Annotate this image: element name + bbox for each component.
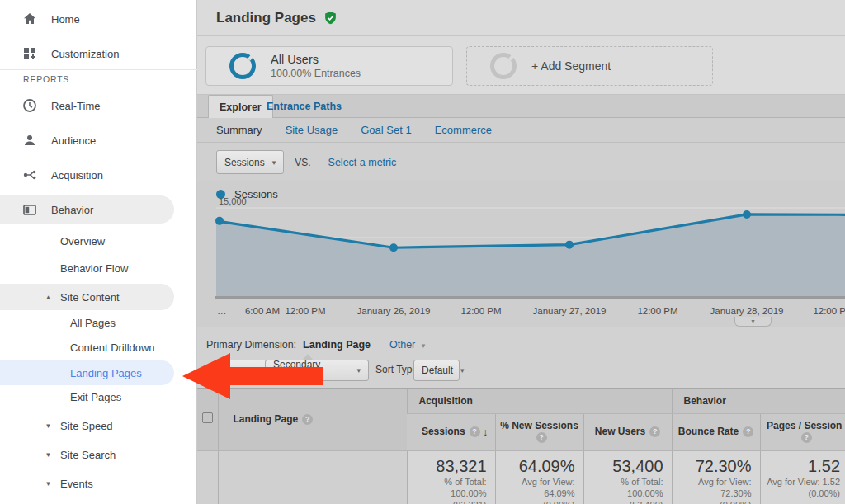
sidebar-section-reports: REPORTS	[23, 74, 69, 84]
page-title: Landing Pages	[216, 10, 316, 26]
sidebar-item-customization[interactable]: Customization	[0, 40, 174, 68]
column-header-pages-session[interactable]: Pages / Session?	[760, 413, 845, 450]
report-content: Landing Pages All Users 100.00% Entrance…	[197, 0, 845, 504]
help-icon[interactable]: ?	[801, 432, 812, 443]
sidebar-item-exit-pages[interactable]: Exit Pages	[0, 385, 174, 408]
collapse-chevron-icon: ▼	[750, 318, 756, 324]
sidebar-item-overview[interactable]: Overview	[0, 229, 174, 252]
person-icon	[21, 133, 37, 148]
help-icon[interactable]: ?	[649, 426, 660, 437]
help-icon[interactable]: ?	[536, 432, 547, 443]
verified-shield-icon	[323, 11, 338, 25]
sidebar-item-events[interactable]: ▼ Events	[0, 470, 174, 497]
select-all-checkbox[interactable]	[202, 412, 213, 423]
segment-donut-empty-icon	[490, 53, 517, 79]
help-icon[interactable]: ?	[743, 426, 753, 437]
subtab-goal-set-1[interactable]: Goal Set 1	[361, 124, 411, 136]
group-header-acquisition: Acquisition	[407, 389, 672, 413]
sessions-line-chart[interactable]: 15,00010,0005,000…6:00 AM12:00 PMJanuary…	[197, 198, 845, 326]
column-label: Bounce Rate	[678, 426, 739, 437]
svg-text:…: …	[217, 306, 227, 316]
add-segment-label: + Add Segment	[531, 59, 611, 73]
data-table-wrap: Landing Page? Acquisition Behavior Sessi…	[197, 388, 845, 504]
sidebar-item-behavior-flow[interactable]: Behavior Flow	[0, 257, 174, 280]
sidebar-item-site-search[interactable]: ▼ Site Search	[0, 441, 174, 468]
ga-screen: Home Customization REPORTS Re	[0, 0, 845, 504]
sidebar-item-label: Events	[60, 478, 93, 490]
dimension-other-label: Other	[389, 339, 415, 351]
collapse-triangle-icon: ▲	[43, 294, 54, 301]
svg-text:15,000: 15,000	[219, 198, 247, 206]
select-metric-link[interactable]: Select a metric	[328, 157, 397, 168]
svg-text:January 28, 2019: January 28, 2019	[710, 306, 784, 316]
add-segment-button[interactable]: + Add Segment	[466, 46, 713, 86]
chart-collapse-tab[interactable]: ▼	[734, 317, 772, 327]
clock-icon	[21, 98, 37, 114]
column-header-sessions[interactable]: Sessions? ↓	[407, 413, 495, 450]
svg-text:January 27, 2019: January 27, 2019	[533, 306, 607, 316]
primary-dimension-row: Primary Dimension: Landing Page Other ▾	[206, 339, 425, 351]
sidebar-item-landing-pages[interactable]: Landing Pages	[0, 360, 174, 385]
column-header-new-sessions[interactable]: % New Sessions?	[495, 413, 583, 450]
sidebar-item-site-speed[interactable]: ▼ Site Speed	[0, 412, 174, 439]
sidebar-item-acquisition[interactable]: Acquisition	[0, 161, 174, 189]
report-titlebar: Landing Pages	[197, 0, 845, 36]
column-header-new-users[interactable]: New Users?	[583, 413, 672, 450]
svg-text:6:00 AM: 6:00 AM	[245, 306, 280, 316]
chart-section: Sessions 15,00010,0005,000…6:00 AM12:00 …	[197, 181, 845, 327]
sort-desc-icon[interactable]: ↓	[483, 426, 489, 438]
svg-text:12:00 PM: 12:00 PM	[285, 306, 325, 316]
column-label: Landing Page	[234, 413, 299, 425]
sidebar-item-behavior[interactable]: Behavior	[0, 195, 174, 224]
vs-label: VS.	[295, 157, 310, 168]
chevron-down-icon: ▾	[272, 158, 276, 167]
sidebar-item-real-time[interactable]: Real-Time	[0, 92, 174, 120]
tab-entrance-paths[interactable]: Entrance Paths	[258, 95, 350, 118]
segment-bar: All Users 100.00% Entrances + Add Segmen…	[197, 36, 845, 95]
sidebar-item-label: Site Speed	[60, 420, 113, 432]
landing-pages-table: Landing Page? Acquisition Behavior Sessi…	[197, 389, 845, 504]
group-header-behavior: Behavior	[672, 389, 845, 413]
subtab-summary[interactable]: Summary	[216, 124, 262, 136]
sidebar-item-label: Overview	[60, 235, 105, 247]
sort-type-value: Default	[422, 365, 453, 376]
segment-name: All Users	[271, 53, 361, 66]
total-bounce-rate: 72.30% Avg for View: 72.30% (0.00%)	[672, 450, 760, 504]
metric-dropdown-value: Sessions	[224, 157, 265, 168]
subtab-ecommerce[interactable]: Ecommerce	[435, 124, 492, 136]
total-new-sessions: 64.09% Avg for View: 64.09% (0.00%)	[495, 450, 583, 504]
report-panel-icon	[21, 202, 37, 218]
column-header-bounce-rate[interactable]: Bounce Rate?	[672, 413, 760, 450]
sidebar-item-label: All Pages	[70, 317, 116, 329]
subtab-site-usage[interactable]: Site Usage	[286, 124, 338, 136]
chevron-down-icon: ▾	[422, 341, 426, 350]
sidebar-item-label: Behavior Flow	[60, 262, 128, 275]
sidebar-item-site-content[interactable]: ▲ Site Content	[0, 284, 174, 310]
metric-dropdown[interactable]: Sessions ▾	[216, 150, 284, 174]
sidebar-item-label: Behavior	[51, 204, 93, 216]
sidebar-item-content-drilldown[interactable]: Content Drilldown	[0, 336, 174, 359]
sidebar-item-label: Landing Pages	[70, 367, 142, 379]
sidebar-item-audience[interactable]: Audience	[0, 126, 174, 154]
sidebar-item-all-pages[interactable]: All Pages	[0, 311, 174, 334]
column-label: Pages / Session	[764, 420, 845, 431]
sidebar-item-label: Real-Time	[51, 100, 100, 112]
svg-text:12:00 PM: 12:00 PM	[637, 306, 677, 316]
help-icon[interactable]: ?	[470, 426, 480, 437]
sidebar-item-home[interactable]: Home	[0, 5, 174, 33]
sidebar-item-label: Home	[51, 13, 80, 26]
branch-icon	[21, 167, 37, 183]
dimension-landing-page[interactable]: Landing Page	[303, 339, 371, 351]
segment-all-users[interactable]: All Users 100.00% Entrances	[205, 46, 453, 86]
sidebar-divider	[0, 69, 197, 70]
expand-triangle-icon: ▼	[43, 480, 54, 488]
customization-icon	[21, 46, 37, 62]
help-icon[interactable]: ?	[302, 414, 313, 425]
sidebar-item-label: Exit Pages	[70, 391, 121, 403]
column-header-landing-page[interactable]: Landing Page?	[218, 389, 407, 450]
total-new-users: 53,400 % of Total: 100.00% (53,400)	[583, 450, 672, 504]
dimension-other-dropdown[interactable]: Other ▾	[389, 339, 425, 351]
home-icon	[21, 12, 37, 27]
sort-type-dropdown[interactable]: Default ▾	[413, 360, 460, 381]
sidebar-item-label: Content Drilldown	[70, 341, 155, 354]
